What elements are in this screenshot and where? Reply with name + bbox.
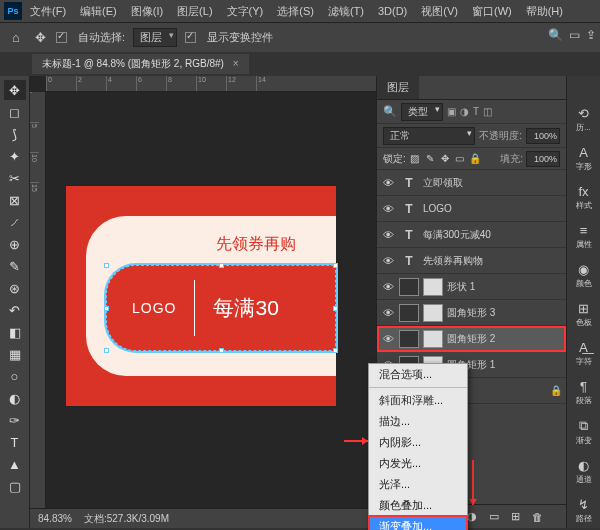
brush-tool[interactable]: ✎: [4, 256, 26, 276]
filter-icon[interactable]: ▣: [447, 106, 456, 117]
marquee-tool[interactable]: ◻: [4, 102, 26, 122]
layer-row[interactable]: 👁T立即领取: [377, 170, 566, 196]
panel-shortcut[interactable]: A字形: [569, 145, 599, 172]
layer-row[interactable]: 👁圆角矩形 3: [377, 300, 566, 326]
panel-shortcut[interactable]: ⧉渐变: [569, 418, 599, 446]
close-tab-icon[interactable]: ×: [233, 58, 239, 69]
menu-filter[interactable]: 滤镜(T): [322, 2, 370, 21]
type-tool[interactable]: T: [4, 432, 26, 452]
history-brush-tool[interactable]: ↶: [4, 300, 26, 320]
visibility-icon[interactable]: 👁: [381, 307, 395, 319]
lock-artboard-icon[interactable]: ▭: [454, 153, 466, 164]
fx-blend-options[interactable]: 混合选项...: [369, 364, 467, 385]
wand-tool[interactable]: ✦: [4, 146, 26, 166]
transform-handle[interactable]: [219, 263, 224, 268]
menu-select[interactable]: 选择(S): [271, 2, 320, 21]
home-icon[interactable]: ⌂: [8, 30, 24, 46]
panel-shortcut[interactable]: fx样式: [569, 184, 599, 211]
move-tool[interactable]: ✥: [4, 80, 26, 100]
eyedropper-tool[interactable]: ⟋: [4, 212, 26, 232]
pen-tool[interactable]: ✑: [4, 410, 26, 430]
autoselect-target[interactable]: 图层: [133, 28, 177, 47]
lasso-tool[interactable]: ⟆: [4, 124, 26, 144]
blend-mode-select[interactable]: 正常: [383, 127, 475, 145]
filter-type-select[interactable]: 类型: [401, 103, 443, 121]
layer-row[interactable]: 👁T每满300元减40: [377, 222, 566, 248]
frame-tool[interactable]: ⊠: [4, 190, 26, 210]
transform-handle[interactable]: [333, 348, 338, 353]
transform-handle[interactable]: [104, 306, 109, 311]
visibility-icon[interactable]: 👁: [381, 333, 395, 345]
delete-layer-icon[interactable]: 🗑: [530, 511, 546, 523]
visibility-icon[interactable]: 👁: [381, 281, 395, 293]
opacity-input[interactable]: [526, 128, 560, 144]
shape-tool[interactable]: ▢: [4, 476, 26, 496]
transform-handle[interactable]: [333, 263, 338, 268]
new-layer-icon[interactable]: ⊞: [508, 510, 524, 523]
eraser-tool[interactable]: ◧: [4, 322, 26, 342]
share-icon[interactable]: ⇪: [586, 28, 596, 42]
layer-row[interactable]: 👁TLOGO: [377, 196, 566, 222]
filter-icon[interactable]: T: [473, 106, 479, 117]
lock-all-icon[interactable]: 🔒: [469, 153, 481, 164]
selected-shape[interactable]: LOGO 每满30: [106, 265, 336, 351]
menu-edit[interactable]: 编辑(E): [74, 2, 123, 21]
search-icon[interactable]: 🔍: [548, 28, 563, 42]
fx-inner-glow[interactable]: 内发光...: [369, 453, 467, 474]
menu-window[interactable]: 窗口(W): [466, 2, 518, 21]
zoom-level[interactable]: 84.83%: [38, 513, 72, 524]
filter-icon[interactable]: ◑: [460, 106, 469, 117]
show-transform-checkbox[interactable]: [185, 32, 196, 43]
document-canvas[interactable]: 先领券再购 LOGO 每满30: [66, 186, 336, 406]
layers-tab[interactable]: 图层: [377, 76, 419, 99]
menu-help[interactable]: 帮助(H): [520, 2, 569, 21]
healing-tool[interactable]: ⊕: [4, 234, 26, 254]
transform-handle[interactable]: [219, 348, 224, 353]
filter-icon[interactable]: ◫: [483, 106, 492, 117]
layer-row[interactable]: 👁T先领券再购物: [377, 248, 566, 274]
visibility-icon[interactable]: 👁: [381, 177, 395, 189]
menu-type[interactable]: 文字(Y): [221, 2, 270, 21]
autoselect-checkbox[interactable]: [56, 32, 67, 43]
fill-input[interactable]: [526, 151, 560, 167]
panel-shortcut[interactable]: ◉颜色: [569, 262, 599, 289]
panel-shortcut[interactable]: ⟲历...: [569, 106, 599, 133]
panel-shortcut[interactable]: ↯路径: [569, 497, 599, 524]
visibility-icon[interactable]: 👁: [381, 203, 395, 215]
visibility-icon[interactable]: 👁: [381, 229, 395, 241]
menu-layer[interactable]: 图层(L): [171, 2, 218, 21]
fx-bevel[interactable]: 斜面和浮雕...: [369, 390, 467, 411]
new-group-icon[interactable]: ▭: [486, 510, 502, 523]
visibility-icon[interactable]: 👁: [381, 255, 395, 267]
fx-satin[interactable]: 光泽...: [369, 474, 467, 495]
stamp-tool[interactable]: ⊛: [4, 278, 26, 298]
panel-shortcut[interactable]: ¶段落: [569, 379, 599, 406]
menu-view[interactable]: 视图(V): [415, 2, 464, 21]
transform-handle[interactable]: [333, 306, 338, 311]
menu-image[interactable]: 图像(I): [125, 2, 169, 21]
panel-shortcut[interactable]: A͟字符: [569, 340, 599, 367]
dodge-tool[interactable]: ◐: [4, 388, 26, 408]
lock-brush-icon[interactable]: ✎: [424, 153, 436, 164]
gradient-tool[interactable]: ▦: [4, 344, 26, 364]
transform-handle[interactable]: [104, 348, 109, 353]
fx-gradient-overlay[interactable]: 渐变叠加...: [369, 516, 467, 530]
layer-row[interactable]: 👁形状 1: [377, 274, 566, 300]
document-tab[interactable]: 未标题-1 @ 84.8% (圆角矩形 2, RGB/8#) ×: [32, 54, 249, 74]
path-select-tool[interactable]: ▲: [4, 454, 26, 474]
panel-shortcut[interactable]: ◐通道: [569, 458, 599, 485]
fx-inner-shadow[interactable]: 内阴影...: [369, 432, 467, 453]
panel-shortcut[interactable]: ⊞色板: [569, 301, 599, 328]
search-icon[interactable]: 🔍: [383, 105, 397, 118]
fx-stroke[interactable]: 描边...: [369, 411, 467, 432]
transform-handle[interactable]: [104, 263, 109, 268]
layer-row[interactable]: 👁圆角矩形 2: [377, 326, 566, 352]
menu-file[interactable]: 文件(F): [24, 2, 72, 21]
crop-tool[interactable]: ✂: [4, 168, 26, 188]
workspace-icon[interactable]: ▭: [569, 28, 580, 42]
lock-pixels-icon[interactable]: ▨: [409, 153, 421, 164]
panel-shortcut[interactable]: ≡属性: [569, 223, 599, 250]
blur-tool[interactable]: ○: [4, 366, 26, 386]
fx-color-overlay[interactable]: 颜色叠加...: [369, 495, 467, 516]
menu-3d[interactable]: 3D(D): [372, 3, 413, 19]
